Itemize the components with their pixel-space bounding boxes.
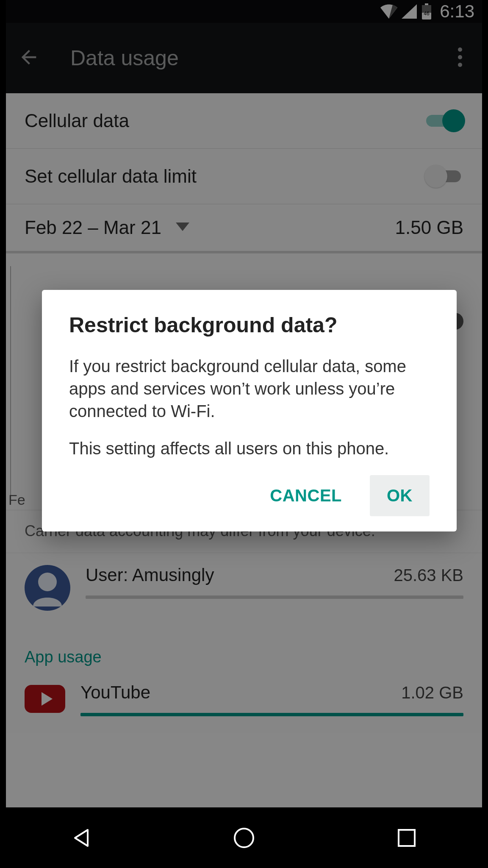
nav-home-button[interactable]	[202, 817, 286, 859]
dialog-title: Restrict background data?	[69, 313, 430, 337]
cancel-button[interactable]: CANCEL	[253, 475, 359, 516]
screen: 46 6:13 Data usage Cellular data	[6, 0, 482, 807]
svg-point-8	[235, 829, 253, 847]
ok-button[interactable]: OK	[370, 475, 430, 516]
nav-back-button[interactable]	[39, 817, 124, 859]
dialog-body-2: This setting affects all users on this p…	[69, 437, 430, 460]
restrict-dialog: Restrict background data? If you restric…	[42, 290, 457, 531]
nav-recent-button[interactable]	[364, 817, 449, 859]
dialog-body-1: If you restrict background cellular data…	[69, 355, 430, 422]
svg-rect-9	[399, 830, 415, 846]
nav-bar	[0, 807, 488, 868]
